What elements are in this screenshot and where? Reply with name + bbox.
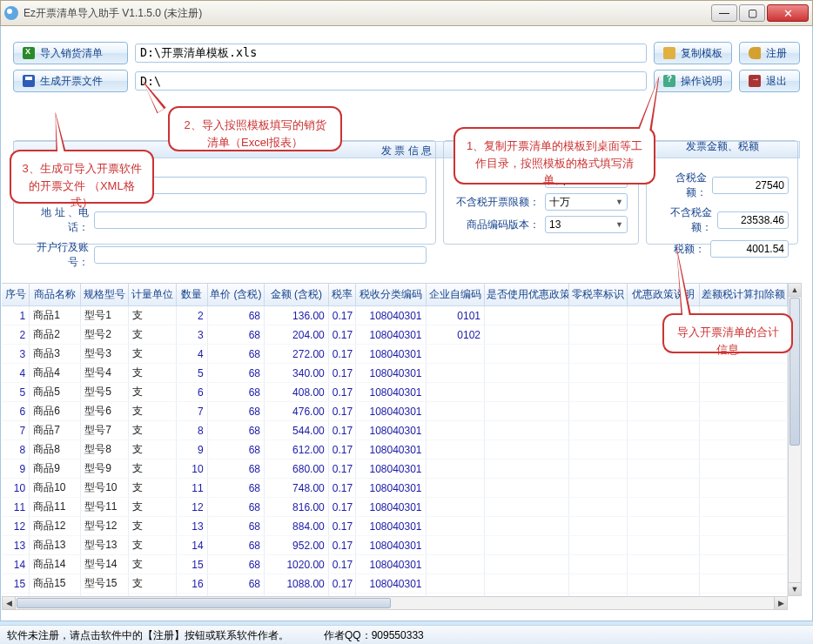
col-header[interactable]: 数量 xyxy=(176,284,207,306)
cell: 6 xyxy=(176,383,207,402)
cell: 476.00 xyxy=(264,402,328,421)
scroll-up-icon[interactable]: ▲ xyxy=(789,284,801,297)
maximize-button[interactable]: ▢ xyxy=(739,4,765,22)
cell xyxy=(568,479,627,498)
generate-button[interactable]: 生成开票文件 xyxy=(13,70,128,92)
table-row[interactable]: 11商品11型号11支1268816.000.17108040301 xyxy=(2,498,788,517)
cell: 7 xyxy=(2,421,30,440)
cell: 68 xyxy=(207,325,264,345)
help-button[interactable]: 操作说明 xyxy=(654,70,732,92)
register-button[interactable]: 注册 xyxy=(739,42,800,64)
cell: 544.00 xyxy=(264,421,328,440)
cell: 8 xyxy=(2,440,30,460)
col-header[interactable]: 税收分类编码 xyxy=(356,284,426,306)
table-row[interactable]: 12商品12型号12支1368884.000.17108040301 xyxy=(2,517,788,536)
col-header[interactable]: 商品名称 xyxy=(30,284,81,306)
table-row[interactable]: 7商品7型号7支868544.000.17108040301 xyxy=(2,421,788,440)
cell xyxy=(568,383,627,402)
cell xyxy=(568,555,627,574)
cell xyxy=(426,345,484,364)
tax-value: 4001.54 xyxy=(710,240,789,258)
cell: 型号13 xyxy=(81,536,129,555)
codever-select[interactable]: 13 ▼ xyxy=(545,216,628,233)
cell xyxy=(568,574,627,594)
col-header[interactable]: 是否使用优惠政策 xyxy=(485,284,569,306)
cell: 11 xyxy=(2,498,30,517)
cell: 68 xyxy=(207,345,264,364)
cell: 108040301 xyxy=(356,440,426,460)
cell: 680.00 xyxy=(264,460,328,479)
cell xyxy=(426,421,484,440)
cell: 108040301 xyxy=(356,402,426,421)
cell xyxy=(485,498,569,517)
label-limit: 不含税开票限额： xyxy=(453,195,545,210)
caret-icon: ▼ xyxy=(615,198,623,206)
table-row[interactable]: 13商品13型号13支1468952.000.17108040301 xyxy=(2,536,788,555)
close-button[interactable]: ✕ xyxy=(767,4,809,22)
cell: 108040301 xyxy=(356,306,426,325)
cell: 816.00 xyxy=(264,498,328,517)
cell xyxy=(426,574,484,594)
scroll-right-icon[interactable]: ▶ xyxy=(774,597,787,609)
cell: 108040301 xyxy=(356,421,426,440)
cell xyxy=(426,555,484,574)
scroll-down-icon[interactable]: ▼ xyxy=(789,582,801,595)
table-row[interactable]: 9商品9型号9支1068680.000.17108040301 xyxy=(2,460,788,479)
scroll-left-icon[interactable]: ◀ xyxy=(3,597,16,609)
col-header[interactable]: 差额税计算扣除额 xyxy=(699,284,787,306)
limit-select[interactable]: 十万 ▼ xyxy=(545,193,628,211)
exit-button[interactable]: 退出 xyxy=(739,70,800,92)
col-header[interactable]: 规格型号 xyxy=(81,284,129,306)
copy-template-label: 复制模板 xyxy=(681,46,722,61)
table-row[interactable]: 10商品10型号10支1168748.000.17108040301 xyxy=(2,479,788,498)
col-header[interactable]: 计量单位 xyxy=(128,284,176,306)
cell: 支 xyxy=(128,574,176,594)
cell xyxy=(568,345,627,364)
label-incl: 含税金额： xyxy=(655,171,712,200)
col-header[interactable]: 金额 (含税) xyxy=(264,284,328,306)
cell xyxy=(699,421,787,440)
bank-input[interactable] xyxy=(94,246,427,264)
cell xyxy=(426,364,484,383)
cell: 型号10 xyxy=(81,479,129,498)
callout-3: 3、生成可导入开票软件的开票文件 （XML格式） xyxy=(10,150,154,204)
col-header[interactable]: 企业自编码 xyxy=(426,284,484,306)
import-button[interactable]: 导入销货清单 xyxy=(13,42,128,64)
cell: 4 xyxy=(176,345,207,364)
table-row[interactable]: 6商品6型号6支768476.000.17108040301 xyxy=(2,402,788,421)
cell xyxy=(699,498,787,517)
cell: 108040301 xyxy=(356,479,426,498)
cell: 0.17 xyxy=(328,402,356,421)
addr-input[interactable] xyxy=(94,211,427,229)
cell: 商品14 xyxy=(30,555,81,574)
table-row[interactable]: 15商品15型号15支16681088.000.17108040301 xyxy=(2,574,788,594)
cell xyxy=(628,364,699,383)
cell: 商品10 xyxy=(30,479,81,498)
cell: 支 xyxy=(128,345,176,364)
table-row[interactable]: 8商品8型号8支968612.000.17108040301 xyxy=(2,440,788,460)
cell: 支 xyxy=(128,517,176,536)
col-header[interactable]: 税率 xyxy=(328,284,356,306)
col-header[interactable]: 单价 (含税) xyxy=(207,284,264,306)
help-label: 操作说明 xyxy=(681,74,722,89)
table-row[interactable]: 4商品4型号4支568340.000.17108040301 xyxy=(2,364,788,383)
col-header[interactable]: 零税率标识 xyxy=(568,284,627,306)
cell: 68 xyxy=(207,364,264,383)
codever-value: 13 xyxy=(549,218,561,231)
cell: 型号4 xyxy=(81,364,129,383)
minimize-button[interactable]: — xyxy=(711,4,737,22)
cell xyxy=(628,536,699,555)
table-row[interactable]: 14商品14型号14支15681020.000.17108040301 xyxy=(2,555,788,574)
path-input-1[interactable] xyxy=(135,44,647,63)
cell: 支 xyxy=(128,421,176,440)
horizontal-scrollbar[interactable]: ◀ ▶ xyxy=(2,596,788,610)
cell xyxy=(568,402,627,421)
path-input-2[interactable] xyxy=(135,71,647,91)
copy-template-button[interactable]: 复制模板 xyxy=(654,42,732,64)
scroll-thumb-h[interactable] xyxy=(17,598,391,608)
window-buttons: — ▢ ✕ xyxy=(711,4,809,22)
table-row[interactable]: 5商品5型号5支668408.000.17108040301 xyxy=(2,383,788,402)
col-header[interactable]: 序号 xyxy=(2,284,30,306)
cell: 型号8 xyxy=(81,440,129,460)
exit-icon xyxy=(749,75,761,87)
